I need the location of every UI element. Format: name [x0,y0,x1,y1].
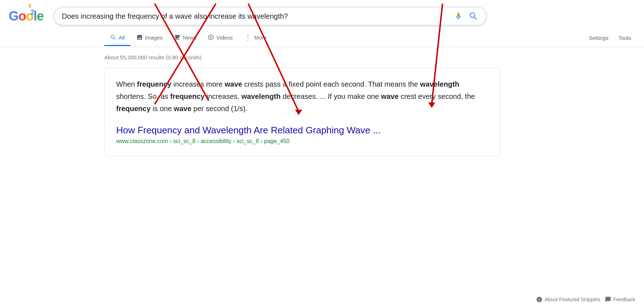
tab-images-label: Images [145,35,163,41]
microphone-icon[interactable] [454,12,463,20]
search-icons [454,11,479,21]
footer-bar: About Featured Snippets Feedback [527,292,644,307]
tab-news[interactable]: News [168,30,202,46]
tab-news-label: News [183,35,196,41]
feedback-button[interactable]: Feedback [605,296,635,303]
logo-l: l [33,10,37,23]
tab-videos[interactable]: Videos [202,30,239,46]
about-snippets-button[interactable]: About Featured Snippets [536,296,600,303]
about-snippets-label: About Featured Snippets [545,297,600,302]
nav-tabs: All Images News Videos ⋮ More Settings T… [0,25,644,47]
tab-images[interactable]: Images [131,30,168,46]
videos-tab-icon [208,34,214,41]
tab-all[interactable]: All [104,30,131,46]
result-url: www.classzone.com › sci_sc_8 › accessibi… [116,138,290,144]
featured-snippet: When frequency increases more wave crest… [104,68,500,156]
search-tab-icon [110,34,117,41]
search-icon[interactable] [468,11,479,21]
logo-g: G [9,10,18,23]
more-dots-icon: ⋮ [244,33,251,42]
logo-o2-container: o 2 [26,10,33,23]
logo-e: e [37,10,44,23]
logo-o1: o [18,10,26,23]
tab-all-label: All [119,35,125,41]
tab-videos-label: Videos [216,35,233,41]
svg-rect-1 [30,6,30,8]
results-count: About 55,200,000 results (0.80 seconds) [104,54,540,60]
search-input[interactable] [62,12,450,20]
google-logo[interactable]: G o o 2 l e [9,10,44,23]
feedback-label: Feedback [613,297,635,302]
tab-more[interactable]: ⋮ More [239,29,272,47]
nav-right: Settings Tools [585,31,644,45]
search-bar [54,7,486,25]
snippet-text: When frequency increases more wave crest… [116,78,488,115]
info-icon [536,296,543,303]
search-bar-container [54,7,486,25]
settings-button[interactable]: Settings [585,31,613,45]
feedback-icon [605,296,611,303]
news-tab-icon [174,34,181,41]
header: G o o 2 l e [0,0,644,25]
images-tab-icon [136,34,143,41]
svg-point-0 [29,4,31,6]
tab-more-label: More [254,35,267,41]
tools-button[interactable]: Tools [614,31,635,45]
result-title-link[interactable]: How Frequency and Wavelength Are Related… [116,125,488,136]
results-area: About 55,200,000 results (0.80 seconds) … [0,47,644,164]
